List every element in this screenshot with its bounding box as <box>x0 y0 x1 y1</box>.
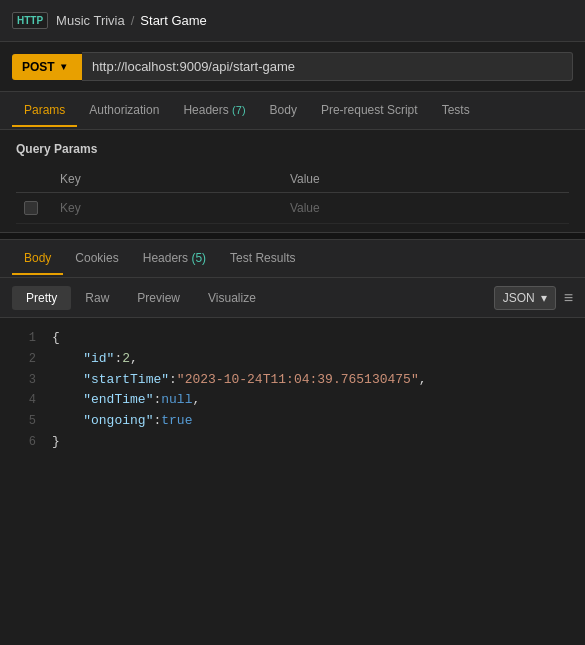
json-line-3: 3 "startTime" : "2023-10-24T11:04:39.765… <box>0 370 585 391</box>
view-raw-button[interactable]: Raw <box>71 286 123 310</box>
tab-body[interactable]: Body <box>258 95 309 127</box>
top-bar: HTTP Music Trivia / Start Game <box>0 0 585 42</box>
resp-tab-headers[interactable]: Headers (5) <box>131 243 218 275</box>
format-select[interactable]: JSON ▾ <box>494 286 556 310</box>
resp-tab-test-results[interactable]: Test Results <box>218 243 307 275</box>
wrap-button[interactable]: ≡ <box>564 289 573 307</box>
breadcrumb-app[interactable]: Music Trivia <box>56 13 125 28</box>
breadcrumb-current: Start Game <box>140 13 206 28</box>
params-table: Key Value Key Value <box>16 166 569 224</box>
method-chevron-icon: ▾ <box>61 61 66 72</box>
method-button[interactable]: POST ▾ <box>12 54 82 80</box>
tab-params[interactable]: Params <box>12 95 77 127</box>
param-value-input[interactable]: Value <box>282 193 569 224</box>
url-input[interactable] <box>82 52 573 81</box>
view-pretty-button[interactable]: Pretty <box>12 286 71 310</box>
query-params-title: Query Params <box>16 142 569 156</box>
url-bar: POST ▾ <box>0 42 585 92</box>
json-line-6: 6 } <box>0 432 585 453</box>
section-divider <box>0 232 585 240</box>
resp-tab-body[interactable]: Body <box>12 243 63 275</box>
breadcrumb-separator: / <box>131 13 135 28</box>
format-label: JSON <box>503 291 535 305</box>
params-col-check <box>16 166 52 193</box>
breadcrumb: Music Trivia / Start Game <box>56 13 207 28</box>
tab-headers[interactable]: Headers (7) <box>171 95 257 127</box>
params-col-value: Value <box>282 166 569 193</box>
query-params-section: Query Params Key Value Key Value <box>0 130 585 232</box>
param-key-input[interactable]: Key <box>52 193 282 224</box>
params-row-empty: Key Value <box>16 193 569 224</box>
tab-tests[interactable]: Tests <box>430 95 482 127</box>
format-chevron-icon: ▾ <box>541 291 547 305</box>
view-visualize-button[interactable]: Visualize <box>194 286 270 310</box>
params-col-key: Key <box>52 166 282 193</box>
param-checkbox[interactable] <box>24 201 38 215</box>
resp-tab-cookies[interactable]: Cookies <box>63 243 130 275</box>
tab-prerequest[interactable]: Pre-request Script <box>309 95 430 127</box>
http-badge: HTTP <box>12 12 48 29</box>
json-line-4: 4 "endTime" : null , <box>0 390 585 411</box>
json-line-2: 2 "id" : 2 , <box>0 349 585 370</box>
tab-authorization[interactable]: Authorization <box>77 95 171 127</box>
response-tabs: Body Cookies Headers (5) Test Results <box>0 240 585 278</box>
view-preview-button[interactable]: Preview <box>123 286 194 310</box>
json-body: 1 { 2 "id" : 2 , 3 "startTime" : "2023-1… <box>0 318 585 463</box>
json-line-1: 1 { <box>0 328 585 349</box>
response-toolbar: Pretty Raw Preview Visualize JSON ▾ ≡ <box>0 278 585 318</box>
request-tabs: Params Authorization Headers (7) Body Pr… <box>0 92 585 130</box>
method-label: POST <box>22 60 55 74</box>
json-line-5: 5 "ongoing" : true <box>0 411 585 432</box>
